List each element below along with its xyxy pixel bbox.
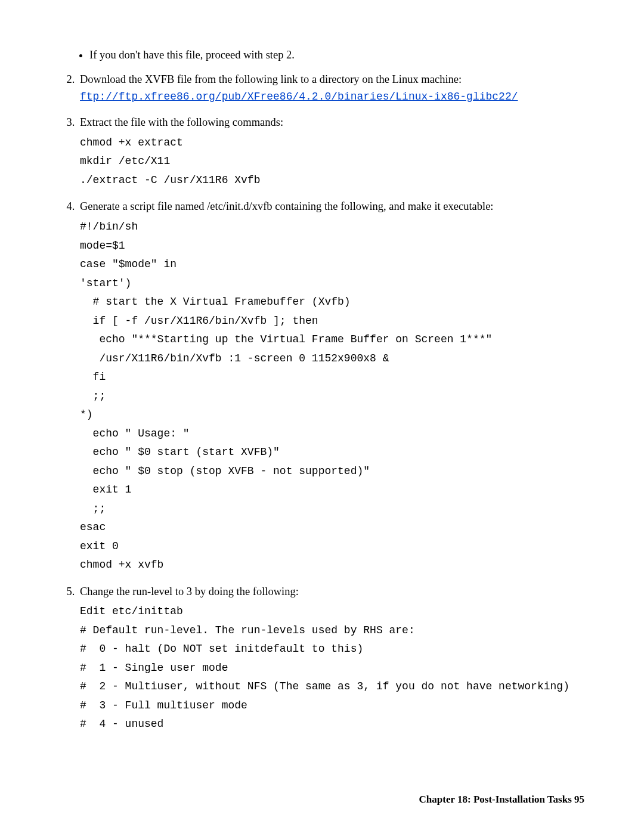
- bullet-item: If you don't have this file, proceed wit…: [89, 47, 584, 64]
- step-3-code: chmod +x extractmkdir /etc/X11./extract …: [80, 134, 584, 190]
- continuation-bullet-list: If you don't have this file, proceed wit…: [60, 47, 584, 64]
- step-2-text: Download the XVFB file from the followin…: [80, 73, 462, 85]
- ordered-steps: Download the XVFB file from the followin…: [60, 71, 584, 734]
- step-5-text: Change the run-level to 3 by doing the f…: [80, 586, 299, 597]
- step-4-text: Generate a script file named /etc/init.d…: [80, 200, 494, 212]
- ftp-link[interactable]: ftp://ftp.xfree86.org/pub/XFree86/4.2.0/…: [80, 91, 518, 103]
- page-footer: Chapter 18: Post-Installation Tasks 95: [419, 794, 584, 806]
- step-3: Extract the file with the following comm…: [78, 114, 584, 190]
- step-2: Download the XVFB file from the followin…: [78, 71, 584, 106]
- footer-page-number: 95: [574, 794, 584, 805]
- footer-chapter: Chapter 18: Post-Installation Tasks: [419, 794, 572, 805]
- document-page: If you don't have this file, proceed wit…: [0, 0, 644, 833]
- step-3-text: Extract the file with the following comm…: [80, 116, 283, 128]
- step-4: Generate a script file named /etc/init.d…: [78, 198, 584, 574]
- step-5-code: Edit etc/inittab # Default run-level. Th…: [80, 602, 584, 734]
- step-4-code: #!/bin/sh mode=$1 case "$mode" in 'start…: [80, 218, 584, 575]
- content-area: If you don't have this file, proceed wit…: [60, 47, 584, 734]
- step-5: Change the run-level to 3 by doing the f…: [78, 583, 584, 734]
